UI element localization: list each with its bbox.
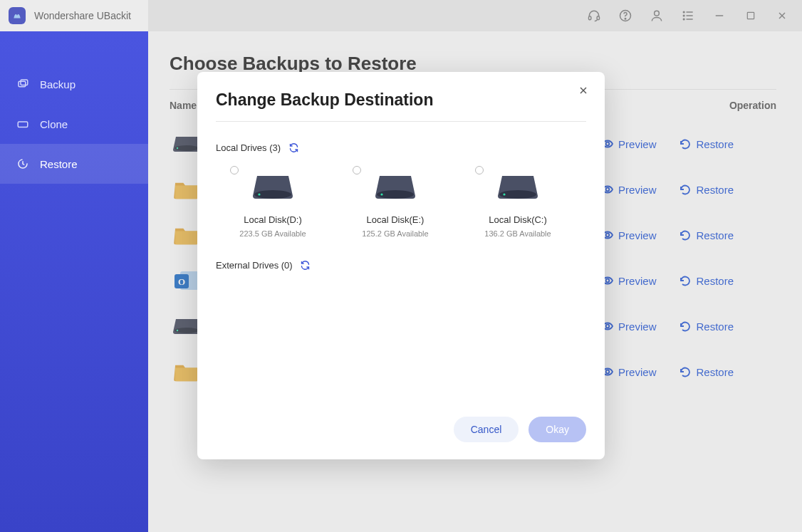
local-drives-section: Local Drives (3) — [216, 142, 586, 153]
app-window: Wondershare UBackit Backup Clone — [0, 0, 802, 532]
drive-available: 125.2 GB Available — [362, 229, 428, 238]
external-drives-label: External Drives (0) — [216, 260, 293, 271]
sidebar-item-backup[interactable]: Backup — [0, 64, 148, 104]
drive-icon — [252, 170, 293, 204]
sidebar-item-restore[interactable]: Restore — [0, 144, 148, 184]
sidebar-item-clone[interactable]: Clone — [0, 104, 148, 144]
svg-rect-16 — [21, 80, 28, 85]
drive-radio[interactable] — [475, 166, 484, 174]
drive-name: Local Disk(D:) — [244, 214, 302, 225]
refresh-external-icon[interactable] — [300, 259, 311, 271]
sidebar: Backup Clone Restore — [0, 31, 148, 532]
modal-divider — [216, 121, 586, 122]
drive-name: Local Disk(E:) — [367, 214, 425, 225]
restore-icon — [16, 157, 30, 171]
drive-icon — [497, 170, 538, 204]
drive-radio[interactable] — [353, 166, 361, 174]
sidebar-item-label: Backup — [40, 78, 75, 90]
drive-card[interactable]: Local Disk(C:) 136.2 GB Available — [471, 166, 565, 238]
svg-rect-15 — [19, 81, 26, 87]
drive-name: Local Disk(C:) — [489, 214, 547, 225]
refresh-local-icon[interactable] — [288, 142, 299, 153]
external-drives-section: External Drives (0) — [216, 259, 586, 271]
drive-radio[interactable] — [230, 166, 239, 174]
drive-icon — [375, 170, 416, 204]
drive-grid: Local Disk(D:) 223.5 GB Available Local … — [216, 166, 586, 238]
modal-title: Change Backup Destination — [216, 90, 586, 110]
drive-available: 136.2 GB Available — [484, 229, 551, 238]
svg-rect-17 — [18, 122, 28, 127]
cancel-button[interactable]: Cancel — [454, 417, 519, 442]
backup-icon — [16, 77, 30, 91]
sidebar-item-label: Restore — [40, 158, 78, 170]
modal-close-button[interactable] — [575, 82, 592, 99]
drive-available: 223.5 GB Available — [239, 229, 306, 238]
local-drives-label: Local Drives (3) — [216, 142, 281, 153]
drive-card[interactable]: Local Disk(D:) 223.5 GB Available — [226, 166, 320, 238]
sidebar-item-label: Clone — [40, 118, 68, 130]
clone-icon — [16, 117, 30, 131]
drive-card[interactable]: Local Disk(E:) 125.2 GB Available — [348, 166, 442, 238]
modal-change-destination: Change Backup Destination Local Drives (… — [197, 72, 605, 459]
okay-button[interactable]: Okay — [528, 417, 586, 442]
